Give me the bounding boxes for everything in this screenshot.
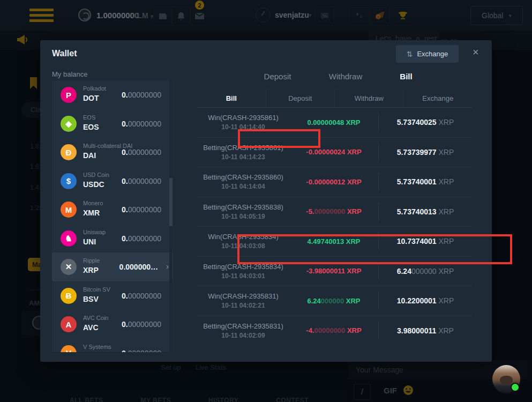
coin-icon: ✕: [61, 259, 77, 275]
coin-icon: $: [61, 173, 77, 189]
annotation-box-bill-subtab: [238, 129, 320, 148]
coin-row[interactable]: $ USD Coin USDC 0.00000000 ›: [52, 167, 173, 196]
coin-row[interactable]: Ƀ Bitcoin SV BSV 0.00000000 ›: [52, 281, 173, 310]
coin-balance: 0.00000000: [122, 120, 161, 128]
chat-user-avatar[interactable]: [492, 365, 520, 393]
coin-name: Bitcoin SV: [83, 286, 110, 293]
coin-name: Uniswap: [83, 229, 106, 235]
subtab-withdraw[interactable]: Withdraw: [335, 89, 404, 107]
coin-row[interactable]: V V Systems 0.00000000 ›: [52, 339, 173, 353]
transaction-balance: 5.73740001 XRP: [379, 177, 472, 186]
coin-name: V Systems: [83, 344, 111, 350]
coin-icon: Ƀ: [61, 288, 77, 304]
coin-name: AVC Coin: [83, 315, 108, 321]
transaction-label: Win(CRASH-2935861): [197, 114, 289, 122]
transaction-time: 10-11 04:02:09: [197, 332, 289, 339]
coin-symbol: UNI: [83, 237, 96, 246]
transaction-label: Betting(CRASH-2935831): [197, 322, 289, 330]
subtab-bill[interactable]: Bill: [197, 89, 266, 107]
transaction-balance: 6.24000000 XRP: [379, 267, 472, 276]
transaction-time: 10-11 04:02:21: [197, 302, 289, 309]
coin-symbol: USDC: [83, 180, 104, 189]
coin-balance: 0.00000000: [122, 234, 161, 243]
subtab-deposit[interactable]: Deposit: [266, 89, 335, 107]
wallet-modal: Wallet ⇅ Exchange × My balance P Polkado…: [40, 40, 492, 362]
coin-balance: 0.00000000: [122, 205, 161, 214]
coin-list: P Polkadot DOT 0.00000000 › ◆ EOS EOS 0.…: [52, 80, 173, 352]
coin-icon: ◆: [61, 116, 77, 132]
coin-name: Ripple: [83, 257, 100, 264]
close-icon[interactable]: ×: [473, 47, 479, 57]
coin-row[interactable]: A AVC Coin AVC 0.00000000 ›: [52, 310, 173, 339]
transaction-row: Betting(CRASH-2935831) 10-11 04:02:09 -4…: [197, 316, 472, 346]
transaction-amount: -3.98000011 XRP: [289, 267, 378, 275]
coin-scrollbar-thumb[interactable]: [169, 178, 173, 226]
coin-name: Monero: [83, 200, 103, 206]
transaction-time: 10-11 04:14:04: [197, 183, 289, 190]
coin-icon: V: [61, 345, 77, 353]
coin-balance: 0.000000…: [119, 263, 158, 271]
my-balance-label: My balance: [52, 70, 87, 78]
chevron-right-icon: ›: [166, 262, 169, 271]
modal-title: Wallet: [52, 49, 77, 58]
transaction-amount: 0.00000048 XRP: [289, 118, 378, 126]
coin-symbol: AVC: [83, 323, 99, 332]
transaction-amount: 6.24000000 XRP: [289, 297, 378, 305]
transaction-balance: 5.73740025 XRP: [379, 118, 472, 126]
coin-row[interactable]: ◆ EOS EOS 0.00000000 ›: [52, 109, 173, 138]
coin-symbol: BSV: [83, 295, 99, 303]
transaction-row: Win(CRASH-2935831) 10-11 04:02:21 6.2400…: [197, 286, 472, 316]
coin-symbol: DOT: [83, 94, 99, 102]
transaction-balance: 5.73739977 XRP: [379, 148, 472, 157]
app-root: { "icons": { "caret": "▾", "exchange": "…: [0, 0, 532, 402]
subtab-exchange[interactable]: Exchange: [404, 89, 473, 107]
coin-row[interactable]: M Monero XMR 0.00000000 ›: [52, 195, 173, 224]
transaction-time: 10-11 04:03:01: [197, 272, 289, 280]
coin-balance: 0.00000000: [122, 177, 161, 185]
coin-symbol: XMR: [83, 209, 100, 217]
coin-balance: 0.00000000: [122, 91, 161, 99]
bill-subtab-bar: Bill Deposit Withdraw Exchange: [197, 89, 472, 108]
transaction-label: Win(CRASH-2935831): [197, 292, 289, 300]
tab-withdraw[interactable]: Withdraw: [329, 72, 363, 81]
transaction-row: Betting(CRASH-2935860) 10-11 04:14:04 -0…: [197, 167, 472, 197]
tab-deposit[interactable]: Deposit: [264, 72, 291, 81]
coin-icon: M: [61, 202, 77, 218]
coin-name: Polkadot: [83, 85, 106, 92]
coin-balance: 0.00000000: [122, 349, 161, 353]
exchange-button[interactable]: ⇅ Exchange: [396, 45, 459, 63]
transaction-label: Betting(CRASH-2935838): [197, 203, 289, 211]
coin-row[interactable]: P Polkadot DOT 0.00000000 ›: [52, 80, 173, 109]
transaction-amount: -0.00000012 XRP: [289, 178, 378, 186]
coin-icon: Đ: [61, 144, 77, 160]
coin-symbol: EOS: [83, 123, 99, 131]
transaction-amount: -5.00000000 XRP: [289, 207, 378, 215]
coin-row[interactable]: ✕ Ripple XRP 0.000000… ›: [52, 252, 173, 281]
coin-symbol: DAI: [83, 151, 96, 160]
coin-balance: 0.00000000: [122, 292, 161, 300]
coin-symbol: XRP: [83, 266, 99, 274]
coin-icon: P: [61, 87, 77, 103]
transaction-label: Betting(CRASH-2935860): [197, 173, 289, 181]
exchange-arrows-icon: ⇅: [407, 50, 413, 58]
transaction-amount: -4.00000000 XRP: [289, 326, 378, 334]
transaction-balance: 5.73740013 XRP: [379, 207, 472, 216]
transaction-amount: -0.00000024 XRP: [289, 148, 378, 156]
coin-balance: 0.00000000: [122, 148, 161, 157]
transaction-balance: 3.98000011 XRP: [379, 326, 472, 335]
coin-icon: A: [61, 316, 77, 332]
transaction-time: 10-11 04:05:19: [197, 213, 289, 220]
transaction-balance: 10.2200001 XRP: [379, 296, 472, 305]
tab-bill[interactable]: Bill: [400, 72, 412, 81]
transaction-row: Betting(CRASH-2935838) 10-11 04:05:19 -5…: [197, 197, 472, 227]
coin-row[interactable]: Đ Multi-collateral DAI DAI 0.00000000 ›: [52, 138, 173, 167]
transaction-time: 10-11 04:14:23: [197, 153, 289, 161]
coin-icon: ♞: [61, 230, 77, 247]
coin-row[interactable]: ♞ Uniswap UNI 0.00000000 ›: [52, 224, 173, 253]
online-status-dot: [511, 383, 520, 392]
coin-name: USD Coin: [83, 172, 109, 178]
coin-name: EOS: [83, 114, 95, 121]
coin-balance: 0.00000000: [122, 320, 161, 329]
annotation-box-transaction-row: [237, 234, 512, 264]
